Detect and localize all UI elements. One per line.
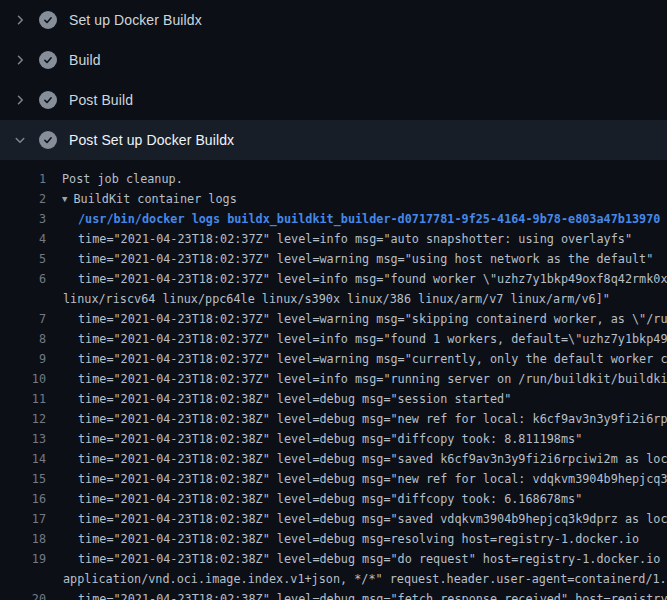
- log-row: 9time="2021-04-23T18:02:37Z" level=warni…: [0, 349, 667, 369]
- log-text: time="2021-04-23T18:02:37Z" level=info m…: [78, 269, 667, 289]
- check-circle-icon: [39, 91, 57, 109]
- log-row: 15time="2021-04-23T18:02:38Z" level=debu…: [0, 469, 667, 489]
- line-number: [0, 289, 46, 309]
- log-text: time="2021-04-23T18:02:38Z" level=debug …: [78, 409, 667, 429]
- log-group-row[interactable]: ▼BuildKit container logs: [62, 189, 237, 209]
- log-text: time="2021-04-23T18:02:38Z" level=debug …: [78, 429, 582, 449]
- log-text: time="2021-04-23T18:02:38Z" level=debug …: [78, 489, 582, 509]
- line-number[interactable]: 9: [0, 349, 46, 369]
- check-circle-icon: [39, 131, 57, 149]
- log-row: 20time="2021-04-23T18:02:38Z" level=debu…: [0, 589, 667, 600]
- log-row: 7time="2021-04-23T18:02:37Z" level=warni…: [0, 309, 667, 329]
- line-number[interactable]: 20: [0, 589, 46, 600]
- workflow-log-viewer: Set up Docker BuildxBuildPost BuildPost …: [0, 0, 667, 600]
- log-text: time="2021-04-23T18:02:38Z" level=debug …: [78, 529, 639, 549]
- log-row: linux/riscv64 linux/ppc64le linux/s390x …: [0, 289, 667, 309]
- log-row: 4time="2021-04-23T18:02:37Z" level=info …: [0, 229, 667, 249]
- chevron-right-icon[interactable]: [12, 92, 28, 108]
- log-text: time="2021-04-23T18:02:38Z" level=debug …: [78, 509, 667, 529]
- log-text: time="2021-04-23T18:02:38Z" level=debug …: [78, 549, 667, 569]
- line-number: [0, 569, 46, 589]
- log-row: 10time="2021-04-23T18:02:37Z" level=info…: [0, 369, 667, 389]
- log-panel[interactable]: 1Post job cleanup.2▼BuildKit container l…: [0, 160, 667, 600]
- chevron-right-icon[interactable]: [12, 52, 28, 68]
- log-text: linux/riscv64 linux/ppc64le linux/s390x …: [63, 289, 610, 309]
- log-row: 18time="2021-04-23T18:02:38Z" level=debu…: [0, 529, 667, 549]
- line-number[interactable]: 10: [0, 369, 46, 389]
- line-number[interactable]: 15: [0, 469, 46, 489]
- line-number[interactable]: 7: [0, 309, 46, 329]
- log-text: time="2021-04-23T18:02:38Z" level=debug …: [78, 589, 667, 600]
- step-row-post-set-up-docker-buildx[interactable]: Post Set up Docker Buildx: [0, 120, 667, 160]
- line-number[interactable]: 14: [0, 449, 46, 469]
- line-number[interactable]: 19: [0, 549, 46, 569]
- log-text: time="2021-04-23T18:02:37Z" level=warnin…: [78, 349, 667, 369]
- step-label: Post Set up Docker Buildx: [69, 132, 234, 148]
- log-text: time="2021-04-23T18:02:37Z" level=warnin…: [78, 249, 653, 269]
- log-text: time="2021-04-23T18:02:37Z" level=info m…: [78, 369, 667, 389]
- line-number[interactable]: 4: [0, 229, 46, 249]
- step-label: Post Build: [69, 92, 133, 108]
- line-number[interactable]: 11: [0, 389, 46, 409]
- step-row-post-build[interactable]: Post Build: [0, 80, 667, 120]
- log-row: 13time="2021-04-23T18:02:38Z" level=debu…: [0, 429, 667, 449]
- step-label: Set up Docker Buildx: [69, 12, 202, 28]
- log-row: 3/usr/bin/docker logs buildx_buildkit_bu…: [0, 209, 667, 229]
- line-number[interactable]: 12: [0, 409, 46, 429]
- line-number[interactable]: 6: [0, 269, 46, 289]
- log-text: time="2021-04-23T18:02:37Z" level=info m…: [78, 229, 632, 249]
- log-row: 2▼BuildKit container logs: [0, 189, 667, 209]
- log-text: time="2021-04-23T18:02:38Z" level=debug …: [78, 469, 667, 489]
- log-row: 1Post job cleanup.: [0, 169, 667, 189]
- log-text: application/vnd.oci.image.index.v1+json,…: [63, 569, 667, 589]
- log-row: 6time="2021-04-23T18:02:37Z" level=info …: [0, 269, 667, 289]
- log-row: 19time="2021-04-23T18:02:38Z" level=debu…: [0, 549, 667, 569]
- log-row: 16time="2021-04-23T18:02:38Z" level=debu…: [0, 489, 667, 509]
- log-row: application/vnd.oci.image.index.v1+json,…: [0, 569, 667, 589]
- line-number[interactable]: 13: [0, 429, 46, 449]
- log-text: Post job cleanup.: [62, 169, 183, 189]
- line-number[interactable]: 3: [0, 209, 46, 229]
- log-row: 11time="2021-04-23T18:02:38Z" level=debu…: [0, 389, 667, 409]
- log-text: time="2021-04-23T18:02:38Z" level=debug …: [78, 449, 667, 469]
- triangle-down-icon[interactable]: ▼: [62, 189, 67, 209]
- step-row-build[interactable]: Build: [0, 40, 667, 80]
- log-row: 8time="2021-04-23T18:02:37Z" level=info …: [0, 329, 667, 349]
- check-circle-icon: [39, 11, 57, 29]
- line-number[interactable]: 2: [0, 189, 46, 209]
- log-text: time="2021-04-23T18:02:37Z" level=info m…: [78, 329, 667, 349]
- line-number[interactable]: 5: [0, 249, 46, 269]
- log-row: 5time="2021-04-23T18:02:37Z" level=warni…: [0, 249, 667, 269]
- check-circle-icon: [39, 51, 57, 69]
- log-row: 14time="2021-04-23T18:02:38Z" level=debu…: [0, 449, 667, 469]
- log-command-text: /usr/bin/docker logs buildx_buildkit_bui…: [78, 209, 660, 229]
- log-row: 17time="2021-04-23T18:02:38Z" level=debu…: [0, 509, 667, 529]
- log-text: time="2021-04-23T18:02:37Z" level=warnin…: [78, 309, 667, 329]
- step-list: Set up Docker BuildxBuildPost BuildPost …: [0, 0, 667, 160]
- line-number[interactable]: 8: [0, 329, 46, 349]
- log-text: time="2021-04-23T18:02:38Z" level=debug …: [78, 389, 511, 409]
- chevron-down-icon[interactable]: [12, 132, 28, 148]
- log-row: 12time="2021-04-23T18:02:38Z" level=debu…: [0, 409, 667, 429]
- line-number[interactable]: 1: [0, 169, 46, 189]
- log-group-title[interactable]: BuildKit container logs: [73, 192, 236, 206]
- step-row-set-up-docker-buildx[interactable]: Set up Docker Buildx: [0, 0, 667, 40]
- step-label: Build: [69, 52, 101, 68]
- chevron-right-icon[interactable]: [12, 12, 28, 28]
- line-number[interactable]: 17: [0, 509, 46, 529]
- line-number[interactable]: 18: [0, 529, 46, 549]
- line-number[interactable]: 16: [0, 489, 46, 509]
